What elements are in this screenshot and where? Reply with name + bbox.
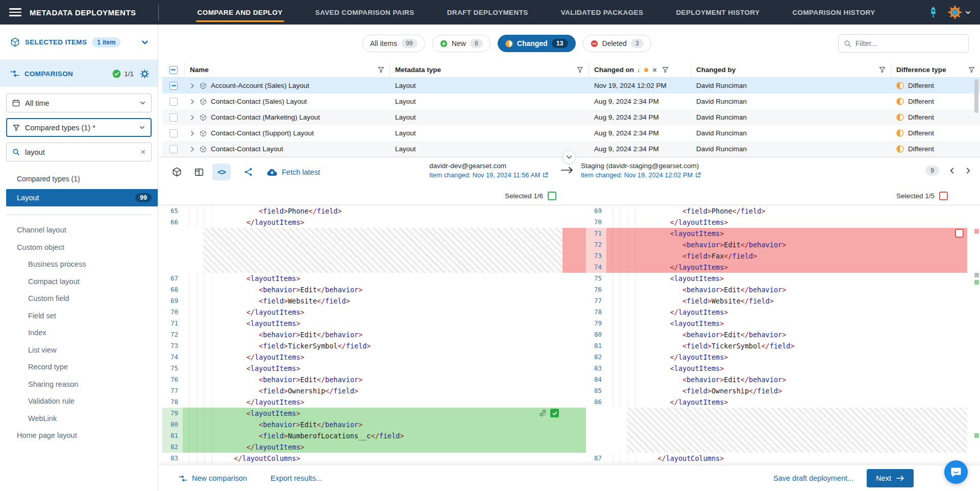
sidebar-item-custom-field[interactable]: Custom field <box>0 290 158 308</box>
tab-validated-packages[interactable]: VALIDATED PACKAGES <box>561 0 644 25</box>
sidebar-item-custom-object[interactable]: Custom object <box>0 239 158 256</box>
column-header-metadata-type[interactable]: Metadata type <box>390 62 589 77</box>
chevron-down-icon[interactable] <box>141 39 149 46</box>
select-all-checkbox[interactable] <box>169 66 178 74</box>
account-menu[interactable] <box>948 5 971 19</box>
sidebar-item-channel-layout[interactable]: Channel layout <box>0 222 158 239</box>
collapse-panel-button[interactable] <box>562 150 576 164</box>
filter-pill-all-items[interactable]: All items99 <box>362 35 425 52</box>
code-line: 84 <behavior>Edit</behavior> <box>586 374 967 385</box>
line-number: 80 <box>162 419 183 430</box>
previous-diff-button[interactable] <box>948 167 955 174</box>
funnel-icon[interactable] <box>577 66 583 73</box>
funnel-icon[interactable] <box>662 66 669 73</box>
type-search-input[interactable] <box>25 148 141 156</box>
active-filter-dot <box>644 68 648 72</box>
save-draft-link[interactable]: Save draft deployment... <box>773 474 853 482</box>
row-checkbox[interactable] <box>169 82 178 90</box>
tab-deployment-history[interactable]: DEPLOYMENT HISTORY <box>676 0 760 25</box>
sidebar-item-sharing-reason[interactable]: Sharing reason <box>0 376 158 393</box>
rocket-icon[interactable] <box>927 6 940 19</box>
tab-comparison-history[interactable]: COMPARISON HISTORY <box>792 0 875 25</box>
sidebar-item-weblink[interactable]: WebLink <box>0 410 158 428</box>
line-number: 85 <box>586 385 606 396</box>
type-search-box: × <box>6 143 152 161</box>
chat-widget-button[interactable] <box>944 460 968 484</box>
line-number: 78 <box>586 307 606 318</box>
split-view-button[interactable] <box>190 163 208 180</box>
item-changed-on: Nov 19, 2024 12:02 PM <box>589 78 691 93</box>
expand-chevron-icon[interactable] <box>190 147 195 152</box>
next-diff-button[interactable] <box>965 167 972 174</box>
tab-saved-comparison-pairs[interactable]: SAVED COMPARISON PAIRS <box>315 0 414 25</box>
sidebar-item-validation-rule[interactable]: Validation rule <box>0 393 158 410</box>
funnel-icon[interactable] <box>378 66 384 73</box>
compared-types-select[interactable]: Compared types (1) * <box>6 118 152 137</box>
funnel-icon[interactable] <box>968 66 975 73</box>
row-checkbox[interactable] <box>169 98 178 106</box>
expand-chevron-icon[interactable] <box>190 115 195 120</box>
source-code-pane: 65 <field>Phone</field> 66 </layoutItems… <box>162 205 562 465</box>
sidebar-item-list-view[interactable]: List view <box>0 342 158 359</box>
tab-compare-and-deploy[interactable]: COMPARE AND DEPLOY <box>198 0 283 25</box>
right-select-all-checkbox[interactable] <box>939 192 948 200</box>
table-row[interactable]: Contact-Contact (Sales) Layout Layout Au… <box>162 93 980 109</box>
filter-pill-deleted[interactable]: Deleted3 <box>583 35 651 52</box>
sidebar-item-compact-layout[interactable]: Compact layout <box>0 273 158 291</box>
diff-minimap[interactable] <box>974 205 979 465</box>
row-checkbox[interactable] <box>169 113 178 122</box>
source-item-changed-link[interactable]: Item changed: Nov 19, 2024 11:56 AM <box>429 171 548 179</box>
new-comparison-button[interactable]: New comparison <box>179 474 247 482</box>
clear-search-icon[interactable]: × <box>141 148 145 157</box>
sidebar-item-home-page-layout[interactable]: Home page layout <box>0 427 158 445</box>
added-block-checkbox[interactable] <box>550 409 559 417</box>
item-metadata-type: Layout <box>390 93 589 109</box>
clear-sort-icon[interactable]: × <box>653 66 657 74</box>
row-checkbox[interactable] <box>169 129 178 137</box>
line-number: 73 <box>162 340 183 352</box>
funnel-icon[interactable] <box>879 66 886 73</box>
row-checkbox[interactable] <box>169 145 178 153</box>
check-circle-icon <box>112 69 121 78</box>
deleted-block-checkbox[interactable] <box>955 229 964 238</box>
table-row[interactable]: Contact-Contact (Support) Layout Layout … <box>162 125 980 141</box>
sidebar-item-layout[interactable]: Layout 99 <box>6 189 158 206</box>
chevron-down-icon <box>140 100 145 106</box>
selected-items-header[interactable]: SELECTED ITEMS 1 item <box>0 25 158 60</box>
target-item-changed-link[interactable]: Item changed: Nov 19, 2024 12:02 PM <box>581 171 701 179</box>
item-changed-by: David Runciman <box>691 78 891 93</box>
left-select-all-checkbox[interactable] <box>548 192 556 200</box>
column-header-changed-by[interactable]: Changed by <box>691 62 891 77</box>
expand-chevron-icon[interactable] <box>190 99 195 104</box>
calendar-icon <box>12 99 20 107</box>
tab-draft-deployments[interactable]: DRAFT DEPLOYMENTS <box>447 0 528 25</box>
package-view-button[interactable] <box>167 163 186 180</box>
expand-chevron-icon[interactable] <box>190 131 195 136</box>
expand-chevron-icon[interactable] <box>190 83 195 88</box>
main-content: All items99New8Changed13Deleted3 Name Me… <box>158 25 980 491</box>
column-header-changed-on[interactable]: Changed on ↓ × <box>589 62 691 77</box>
sidebar-item-record-type[interactable]: Record type <box>0 359 158 376</box>
comparison-section-header[interactable]: COMPARISON 1/1 <box>0 60 158 87</box>
menu-icon[interactable] <box>9 8 21 16</box>
sidebar-item-field-set[interactable]: Field set <box>0 308 158 325</box>
table-filter-input[interactable] <box>855 39 963 48</box>
fetch-latest-button[interactable]: Fetch latest <box>266 168 320 176</box>
table-row[interactable]: Contact-Contact (Marketing) Layout Layou… <box>162 109 980 125</box>
compare-icon <box>179 475 187 482</box>
export-results-button[interactable]: Export results... <box>271 474 322 482</box>
comparison-settings-gear-icon[interactable] <box>140 69 150 79</box>
filter-pill-new[interactable]: New8 <box>432 35 491 52</box>
time-filter-select[interactable]: All time <box>6 93 152 112</box>
sidebar-item-business-process[interactable]: Business process <box>0 256 158 273</box>
column-header-name[interactable]: Name <box>185 62 390 77</box>
item-difference-type: Different <box>908 98 934 105</box>
column-header-difference-type[interactable]: Difference type <box>891 62 980 77</box>
sidebar-item-index[interactable]: Index <box>0 324 158 342</box>
table-row[interactable]: Account-Account (Sales) Layout Layout No… <box>162 78 980 93</box>
code-view-button[interactable]: <> <box>212 163 231 180</box>
next-button[interactable]: Next <box>867 469 914 487</box>
table-scrollbar[interactable] <box>974 79 978 113</box>
share-icon[interactable] <box>239 163 257 180</box>
filter-pill-changed[interactable]: Changed13 <box>498 35 576 52</box>
